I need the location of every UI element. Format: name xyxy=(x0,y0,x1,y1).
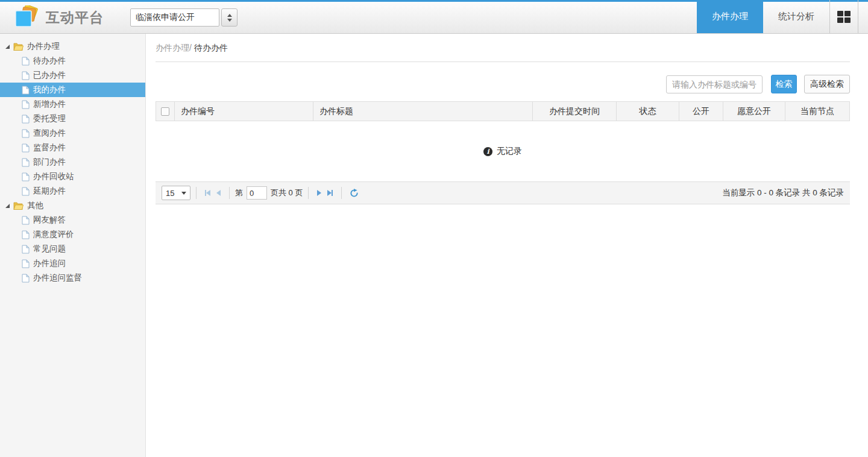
sidebar-item-delayed[interactable]: 延期办件 xyxy=(0,184,145,198)
column-header-case-number[interactable]: 办件编号 xyxy=(174,102,313,121)
sidebar-item-recycle[interactable]: 办件回收站 xyxy=(0,169,145,184)
records-summary: 当前显示 0 - 0 条记录 共 0 条记录 xyxy=(722,188,844,198)
column-header-submit-time[interactable]: 办件提交时间 xyxy=(532,102,616,121)
column-header-case-title[interactable]: 办件标题 xyxy=(313,102,532,121)
refresh-icon xyxy=(350,189,359,198)
last-page-button[interactable] xyxy=(327,190,333,196)
info-icon: i xyxy=(483,147,492,156)
document-icon xyxy=(22,86,30,95)
document-icon xyxy=(22,57,30,66)
sidebar-folder-other[interactable]: 其他 xyxy=(0,198,145,213)
grid-icon xyxy=(837,11,851,23)
sidebar-item-faq[interactable]: 常见问题 xyxy=(0,242,145,256)
last-page-icon xyxy=(327,190,332,196)
sidebar-item-delegated[interactable]: 委托受理 xyxy=(0,112,145,126)
document-icon xyxy=(22,187,30,196)
prev-page-icon xyxy=(216,190,221,196)
breadcrumb-parent[interactable]: 办件办理/ xyxy=(156,43,192,52)
main-content: 办件办理/待办办件 检索 高级检索 办件编号 办件标题 办件提交时间 状态 公开… xyxy=(146,34,868,457)
folder-icon xyxy=(13,42,24,51)
sidebar-item-review[interactable]: 查阅办件 xyxy=(0,126,145,140)
sidebar-item-mine[interactable]: 我的办件 xyxy=(0,83,145,97)
document-icon xyxy=(22,158,30,167)
page-size-select[interactable]: 15 xyxy=(162,186,190,200)
tab-case-handling[interactable]: 办件办理 xyxy=(697,0,763,33)
triangle-expand-icon xyxy=(5,204,10,208)
document-icon xyxy=(22,230,30,239)
advanced-search-button[interactable]: 高级检索 xyxy=(804,75,850,93)
sidebar-item-followup-supervision[interactable]: 办件追问监督 xyxy=(0,271,145,285)
document-icon xyxy=(22,259,30,268)
region-combobox xyxy=(130,8,237,27)
sidebar-item-department[interactable]: 部门办件 xyxy=(0,155,145,169)
prev-page-button[interactable] xyxy=(216,190,221,196)
sidebar-item-done[interactable]: 已办办件 xyxy=(0,68,145,83)
column-header-public[interactable]: 公开 xyxy=(679,102,723,121)
select-all-cell xyxy=(156,102,174,121)
document-icon xyxy=(22,71,30,80)
document-icon xyxy=(22,143,30,153)
first-page-button[interactable] xyxy=(205,190,210,196)
top-tabs: 办件办理 统计分析 xyxy=(697,0,858,33)
document-icon xyxy=(22,129,30,138)
document-icon xyxy=(22,216,30,225)
tab-statistics[interactable]: 统计分析 xyxy=(763,0,829,33)
breadcrumb-current: 待办办件 xyxy=(194,43,228,52)
next-page-icon xyxy=(317,190,321,196)
column-header-status[interactable]: 状态 xyxy=(616,102,679,121)
search-input[interactable] xyxy=(666,75,763,93)
select-all-checkbox[interactable] xyxy=(161,107,169,116)
chevron-up-down-icon[interactable] xyxy=(221,8,237,27)
page-label-prefix: 第 xyxy=(235,188,243,198)
logo-icon xyxy=(13,5,39,30)
sidebar-folder-label: 办件办理 xyxy=(27,41,60,52)
search-button[interactable]: 检索 xyxy=(771,75,797,93)
page-number-input[interactable] xyxy=(247,186,267,200)
region-select-input[interactable] xyxy=(130,8,219,27)
page-label-suffix: 页共 0 页 xyxy=(271,188,303,198)
document-icon xyxy=(22,245,30,254)
document-icon xyxy=(22,115,30,124)
pagination-bar: 15 第 页共 0 页 当前显示 0 - 0 条记录 共 0 条记录 xyxy=(156,181,850,204)
triangle-expand-icon xyxy=(5,45,10,49)
refresh-button[interactable] xyxy=(350,189,359,198)
apps-menu-button[interactable] xyxy=(829,0,858,33)
sidebar-folder-case-handling[interactable]: 办件办理 xyxy=(0,39,145,54)
app-title: 互动平台 xyxy=(46,8,104,27)
empty-records-message: 无记录 xyxy=(497,146,522,157)
caret-down-icon xyxy=(181,192,186,195)
app-header: 互动平台 办件办理 统计分析 xyxy=(0,0,868,34)
document-icon xyxy=(22,274,30,283)
sidebar-item-satisfaction[interactable]: 满意度评价 xyxy=(0,227,145,242)
next-page-button[interactable] xyxy=(317,190,321,196)
breadcrumb-divider xyxy=(156,61,850,62)
search-toolbar: 检索 高级检索 xyxy=(156,75,850,93)
sidebar-item-supervise[interactable]: 监督办件 xyxy=(0,140,145,155)
sidebar-item-netizen-answers[interactable]: 网友解答 xyxy=(0,213,145,227)
empty-records-area: i 无记录 xyxy=(156,121,850,181)
column-header-current-node[interactable]: 当前节点 xyxy=(785,102,849,121)
sidebar-folder-label: 其他 xyxy=(27,200,43,211)
breadcrumb: 办件办理/待办办件 xyxy=(156,42,850,54)
column-header-willing-public[interactable]: 愿意公开 xyxy=(723,102,785,121)
document-icon xyxy=(22,100,30,109)
page-size-value: 15 xyxy=(166,189,174,198)
sidebar-item-followup[interactable]: 办件追问 xyxy=(0,256,145,271)
sidebar-tree: 办件办理 待办办件 已办办件 我的办件 新增办件 委托受理 查阅办件 监督办 xyxy=(0,34,146,457)
table-header-row: 办件编号 办件标题 办件提交时间 状态 公开 愿意公开 当前节点 xyxy=(156,101,850,121)
document-icon xyxy=(22,172,30,181)
sidebar-item-new[interactable]: 新增办件 xyxy=(0,97,145,112)
sidebar-item-pending[interactable]: 待办办件 xyxy=(0,54,145,68)
folder-icon xyxy=(13,201,24,210)
